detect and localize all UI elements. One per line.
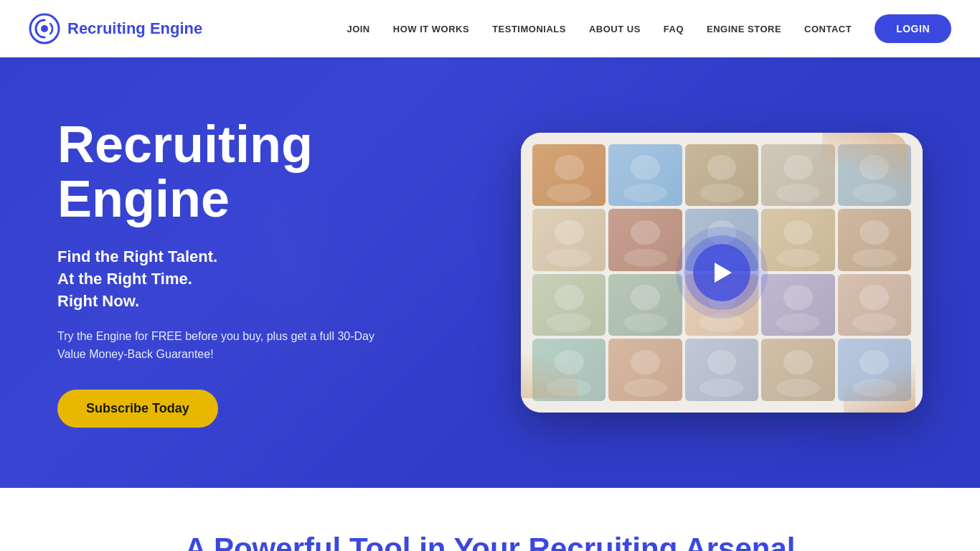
photo-cell xyxy=(838,144,911,207)
photo-cell xyxy=(608,209,682,271)
nav-testimonials[interactable]: TESTIMONIALS xyxy=(492,24,566,34)
subscribe-button[interactable]: Subscribe Today xyxy=(57,390,218,428)
logo-icon xyxy=(29,13,60,44)
hero-left: Recruiting Engine Find the Right Talent.… xyxy=(57,118,402,428)
main-nav: JOIN HOW IT WORKS TESTIMONIALS ABOUT US … xyxy=(347,14,951,43)
hero-right xyxy=(521,133,923,413)
bottom-title: A Powerful Tool in Your Recruiting Arsen… xyxy=(57,531,923,551)
logo-text: Recruiting Engine xyxy=(67,19,202,38)
photo-cell xyxy=(685,144,758,207)
video-card[interactable] xyxy=(521,133,923,413)
photo-cell xyxy=(532,144,606,207)
svg-point-1 xyxy=(41,25,48,32)
photo-cell xyxy=(532,274,606,336)
play-button[interactable] xyxy=(693,244,750,301)
nav-join[interactable]: JOIN xyxy=(347,24,369,34)
hero-section: Recruiting Engine Find the Right Talent.… xyxy=(0,57,980,488)
nav-about-us[interactable]: ABOUT US xyxy=(589,24,641,34)
photo-cell xyxy=(838,209,911,271)
play-icon xyxy=(715,263,732,283)
login-button[interactable]: LOGIN xyxy=(875,14,951,43)
play-overlay[interactable] xyxy=(693,244,750,301)
bottom-section: A Powerful Tool in Your Recruiting Arsen… xyxy=(0,488,980,551)
hero-title: Recruiting Engine xyxy=(57,118,402,226)
photo-cell xyxy=(608,144,682,207)
nav-faq[interactable]: FAQ xyxy=(664,24,684,34)
photo-cell xyxy=(761,209,834,271)
photo-cell xyxy=(838,339,911,401)
photo-cell xyxy=(761,274,834,336)
photo-cell xyxy=(532,209,606,271)
photo-cell xyxy=(761,339,834,401)
photo-cell xyxy=(685,339,758,401)
hero-subtitle: Find the Right Talent. At the Right Time… xyxy=(57,246,402,312)
nav-contact[interactable]: CONTACT xyxy=(804,24,852,34)
photo-cell xyxy=(761,144,834,207)
photo-cell xyxy=(532,339,606,401)
photo-cell xyxy=(608,274,682,336)
header: Recruiting Engine JOIN HOW IT WORKS TEST… xyxy=(0,0,980,57)
nav-engine-store[interactable]: ENGINE STORE xyxy=(707,24,781,34)
hero-content: Recruiting Engine Find the Right Talent.… xyxy=(0,118,980,428)
photo-cell xyxy=(838,274,911,336)
logo[interactable]: Recruiting Engine xyxy=(29,13,202,44)
nav-how-it-works[interactable]: HOW IT WORKS xyxy=(393,24,469,34)
photo-cell xyxy=(608,339,682,401)
hero-description: Try the Engine for FREE before you buy, … xyxy=(57,327,402,364)
